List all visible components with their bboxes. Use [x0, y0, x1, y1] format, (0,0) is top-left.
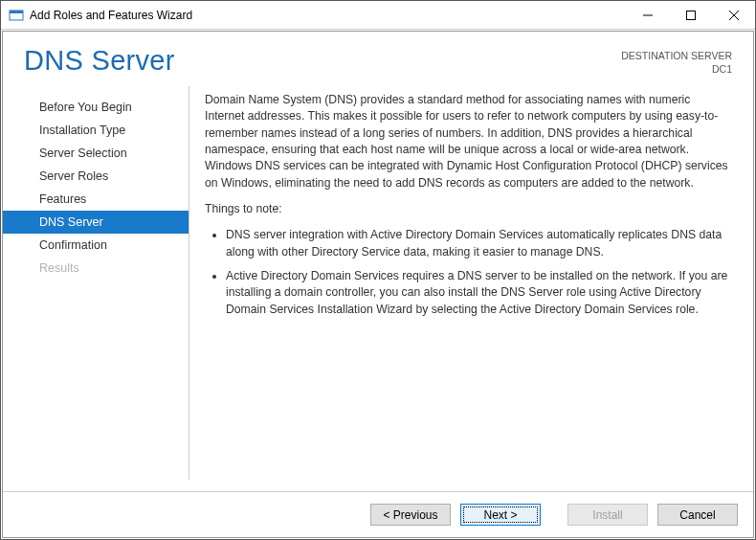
nav-installation-type[interactable]: Installation Type	[3, 119, 189, 142]
svg-rect-3	[686, 11, 695, 19]
app-icon	[9, 8, 24, 23]
titlebar: Add Roles and Features Wizard	[1, 1, 755, 30]
nav-results: Results	[3, 257, 189, 280]
previous-button[interactable]: < Previous	[370, 504, 451, 526]
wizard-content: Domain Name System (DNS) provides a stan…	[189, 82, 753, 491]
window-controls	[626, 1, 755, 29]
next-button[interactable]: Next >	[460, 504, 541, 526]
wizard-header: DNS Server DESTINATION SERVER DC1	[3, 32, 753, 82]
wizard-footer: < Previous Next > Install Cancel	[3, 491, 753, 537]
nav-confirmation[interactable]: Confirmation	[3, 234, 189, 257]
svg-rect-1	[10, 11, 23, 13]
notes-heading: Things to note:	[205, 201, 732, 217]
nav-server-selection[interactable]: Server Selection	[3, 142, 189, 165]
nav-server-roles[interactable]: Server Roles	[3, 165, 189, 188]
close-button[interactable]	[712, 1, 755, 29]
destination-label: DESTINATION SERVER	[621, 49, 732, 62]
install-button: Install	[567, 504, 648, 526]
nav-before-you-begin[interactable]: Before You Begin	[3, 96, 189, 119]
minimize-button[interactable]	[626, 1, 669, 29]
maximize-button[interactable]	[669, 1, 712, 29]
page-title: DNS Server	[24, 45, 621, 77]
wizard-main: Before You Begin Installation Type Serve…	[3, 82, 753, 491]
notes-list: DNS server integration with Active Direc…	[205, 227, 732, 318]
nav-features[interactable]: Features	[3, 188, 189, 211]
description-paragraph: Domain Name System (DNS) provides a stan…	[205, 92, 732, 191]
wizard-window: Add Roles and Features Wizard DNS Server…	[0, 0, 756, 540]
note-item-2: Active Directory Domain Services require…	[226, 268, 732, 318]
nav-dns-server[interactable]: DNS Server	[3, 211, 189, 234]
destination-name: DC1	[621, 62, 732, 76]
cancel-button[interactable]: Cancel	[657, 504, 738, 526]
window-title: Add Roles and Features Wizard	[30, 9, 626, 22]
destination-server: DESTINATION SERVER DC1	[621, 45, 732, 77]
note-item-1: DNS server integration with Active Direc…	[226, 227, 732, 260]
wizard-nav: Before You Begin Installation Type Serve…	[3, 86, 189, 480]
wizard-body: DNS Server DESTINATION SERVER DC1 Before…	[2, 31, 754, 538]
